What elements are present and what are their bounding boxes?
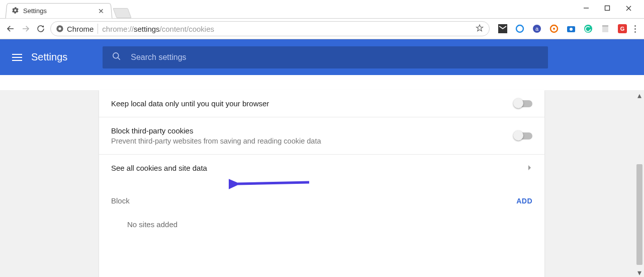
origin-label: Chrome [67, 25, 94, 33]
toggle-block-third-party[interactable] [514, 132, 532, 140]
search-settings-box[interactable] [103, 46, 548, 68]
svg-point-7 [516, 25, 523, 32]
url-text: chrome://settings/content/cookies [102, 25, 214, 33]
origin-chip: Chrome [56, 25, 94, 33]
setting-row-keep-local[interactable]: Keep local data only until you quit your… [99, 90, 544, 117]
svg-line-20 [118, 57, 120, 59]
add-button[interactable]: ADD [516, 197, 532, 205]
tab-strip: Settings ✕ [0, 0, 644, 18]
minimize-button[interactable] [583, 5, 590, 12]
ext-doc-icon[interactable] [600, 24, 610, 34]
setting-row-see-all-cookies[interactable]: See all cookies and site data [99, 155, 544, 181]
svg-point-11 [553, 28, 555, 30]
close-window-button[interactable] [625, 5, 632, 12]
ext-red-g-icon[interactable]: G [617, 24, 627, 34]
settings-app-header: Settings [0, 39, 644, 75]
ext-a-icon[interactable]: a [532, 24, 542, 34]
back-button[interactable] [5, 23, 16, 34]
content-area: Keep local data only until you quit your… [0, 90, 644, 277]
setting-title: Keep local data only until you quit your… [111, 99, 514, 108]
ext-camera-icon[interactable] [566, 24, 576, 34]
svg-rect-1 [605, 6, 610, 11]
browser-menu-button[interactable] [631, 25, 639, 33]
ext-blue-circle-icon[interactable] [515, 24, 525, 34]
tab-close-button[interactable]: ✕ [96, 7, 107, 15]
block-empty-text: No sites added [99, 210, 544, 239]
setting-title: Block third-party cookies [111, 126, 514, 135]
page-title: Settings [31, 51, 67, 63]
forward-button[interactable] [20, 23, 31, 34]
star-icon[interactable] [475, 24, 484, 34]
setting-row-block-third-party[interactable]: Block third-party cookies Prevent third-… [99, 117, 544, 155]
ext-orange-circle-icon[interactable] [549, 24, 559, 34]
search-icon [112, 51, 122, 63]
chevron-right-icon [527, 164, 532, 172]
toggle-keep-local[interactable] [514, 100, 532, 107]
scroll-thumb[interactable] [636, 164, 642, 265]
address-separator [98, 24, 98, 34]
svg-point-19 [113, 52, 119, 58]
window-controls [583, 0, 644, 16]
new-tab-button[interactable] [113, 8, 131, 18]
address-bar[interactable]: Chrome chrome://settings/content/cookies [50, 21, 490, 36]
scroll-up-button[interactable]: ▴ [636, 92, 643, 99]
svg-text:G: G [620, 26, 625, 32]
svg-text:a: a [535, 26, 539, 32]
svg-point-5 [58, 27, 61, 30]
search-input[interactable] [131, 53, 539, 62]
tab-settings[interactable]: Settings ✕ [6, 3, 113, 18]
setting-title: See all cookies and site data [111, 164, 527, 172]
browser-toolbar: Chrome chrome://settings/content/cookies… [0, 18, 644, 39]
settings-card: Keep local data only until you quit your… [99, 90, 544, 277]
ext-grammarly-icon[interactable] [583, 24, 593, 34]
reload-button[interactable] [35, 23, 46, 34]
gear-icon [11, 7, 19, 16]
vertical-scrollbar[interactable]: ▴ ▾ [636, 92, 643, 276]
block-label: Block [111, 196, 130, 205]
menu-button[interactable] [12, 54, 22, 61]
svg-rect-16 [602, 25, 608, 27]
scroll-down-button[interactable]: ▾ [636, 269, 643, 276]
maximize-button[interactable] [604, 5, 611, 12]
extensions-row: a G [494, 24, 627, 34]
scroll-track[interactable] [636, 99, 643, 269]
block-section-header: Block ADD [99, 181, 544, 210]
svg-point-13 [570, 28, 573, 31]
tab-title: Settings [23, 7, 93, 15]
setting-subtitle: Prevent third-party websites from saving… [111, 137, 514, 145]
chrome-icon [56, 25, 64, 33]
ext-gmail-icon[interactable] [498, 24, 508, 34]
